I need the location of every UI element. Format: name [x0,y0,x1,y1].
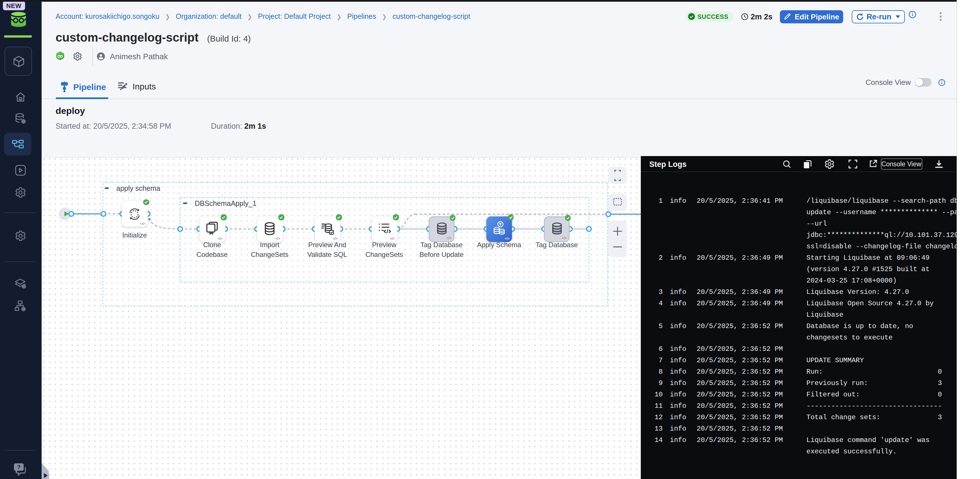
svg-text:apply schema: apply schema [116,184,160,192]
svg-text:?: ? [17,464,21,470]
svg-text:DBSchemaApply_1: DBSchemaApply_1 [194,199,256,207]
